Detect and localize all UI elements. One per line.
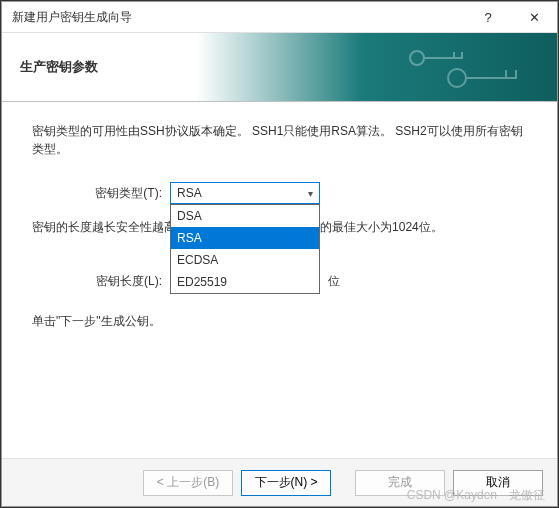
header-title: 生产密钥参数 xyxy=(20,58,98,76)
option-ed25519[interactable]: ED25519 xyxy=(171,271,319,293)
key-length-unit: 位 xyxy=(328,272,340,290)
window-title: 新建用户密钥生成向导 xyxy=(12,9,132,26)
chevron-down-icon: ▾ xyxy=(308,186,313,201)
next-button[interactable]: 下一步(N) > xyxy=(241,470,331,496)
titlebar: 新建用户密钥生成向导 ? ✕ xyxy=(2,2,557,32)
svg-point-0 xyxy=(410,51,424,65)
back-button: < 上一步(B) xyxy=(143,470,233,496)
option-ecdsa[interactable]: ECDSA xyxy=(171,249,319,271)
wizard-window: 新建用户密钥生成向导 ? ✕ 生产密钥参数 密钥类型的可用性由SSH协议版本确定… xyxy=(1,1,558,507)
close-icon: ✕ xyxy=(529,10,540,25)
row-key-type: 密钥类型(T): RSA ▾ DSA RSA ECDSA ED25519 xyxy=(32,182,527,204)
option-dsa[interactable]: DSA xyxy=(171,205,319,227)
desc-next: 单击"下一步"生成公钥。 xyxy=(32,312,527,330)
key-type-combo[interactable]: RSA ▾ DSA RSA ECDSA ED25519 xyxy=(170,182,320,204)
help-button[interactable]: ? xyxy=(465,2,511,32)
watermark: CSDN @Kayden—龙傲征 xyxy=(407,487,545,504)
wizard-header: 生产密钥参数 xyxy=(2,32,557,102)
svg-point-1 xyxy=(448,69,466,87)
key-icon xyxy=(397,43,537,93)
key-length-label: 密钥长度(L): xyxy=(32,272,162,290)
key-type-value: RSA xyxy=(177,184,202,202)
key-type-label: 密钥类型(T): xyxy=(32,184,162,202)
key-type-dropdown: DSA RSA ECDSA ED25519 xyxy=(170,204,320,294)
help-icon: ? xyxy=(484,10,491,25)
close-button[interactable]: ✕ xyxy=(511,2,557,32)
option-rsa[interactable]: RSA xyxy=(171,227,319,249)
desc-key-type: 密钥类型的可用性由SSH协议版本确定。 SSH1只能使用RSA算法。 SSH2可… xyxy=(32,122,527,158)
wizard-content: 密钥类型的可用性由SSH协议版本确定。 SSH1只能使用RSA算法。 SSH2可… xyxy=(2,102,557,458)
